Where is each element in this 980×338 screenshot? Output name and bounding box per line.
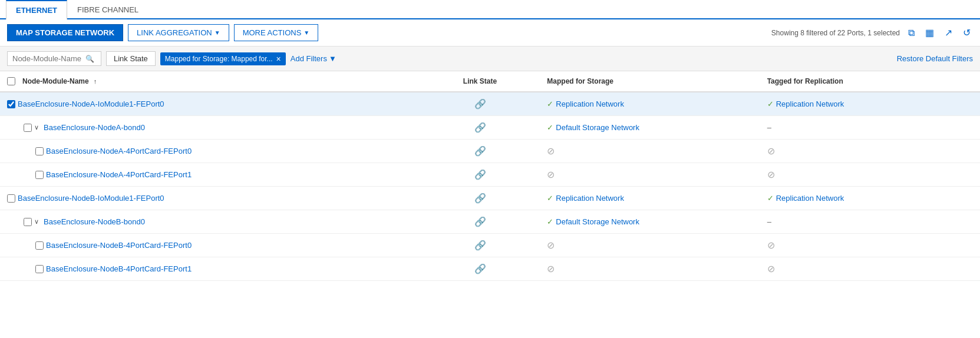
td-link-state-7: 🔗 bbox=[420, 257, 540, 281]
filter-tag-close-icon[interactable]: × bbox=[276, 55, 281, 63]
row-name-link-7[interactable]: BaseEnclosure-NodeB-4PortCard-FEPort1 bbox=[46, 264, 192, 273]
td-mapped-3: ⊘ bbox=[540, 163, 760, 187]
link-state-filter-button[interactable]: Link State bbox=[106, 51, 156, 66]
td-replication-0: ✓Replication Network bbox=[760, 92, 980, 116]
showing-text: Showing 8 filtered of 22 Ports, 1 select… bbox=[771, 29, 900, 37]
header-checkbox[interactable] bbox=[7, 77, 15, 85]
row-name-link-4[interactable]: BaseEnclosure-NodeB-IoModule1-FEPort0 bbox=[18, 194, 164, 203]
refresh-icon-button[interactable]: ↺ bbox=[961, 26, 973, 39]
td-mapped-7: ⊘ bbox=[540, 257, 760, 281]
filter-tag-label: Mapped for Storage: Mapped for... bbox=[165, 55, 273, 63]
link-chain-icon-3: 🔗 bbox=[474, 170, 486, 180]
search-icon: 🔍 bbox=[85, 55, 94, 63]
more-actions-arrow-icon: ▼ bbox=[303, 29, 309, 36]
td-name-4: BaseEnclosure-NodeB-IoModule1-FEPort0 bbox=[0, 187, 420, 210]
link-chain-icon-4: 🔗 bbox=[474, 193, 486, 203]
mapped-network-link-1[interactable]: Default Storage Network bbox=[556, 123, 639, 132]
mapped-network-link-4[interactable]: Replication Network bbox=[556, 194, 624, 203]
mapped-check-icon-1: ✓ bbox=[547, 123, 553, 132]
td-replication-5: – bbox=[760, 210, 980, 234]
td-name-1: ∨BaseEnclosure-NodeA-bond0 bbox=[0, 116, 420, 140]
tab-fibre-channel[interactable]: FIBRE CHANNEL bbox=[67, 0, 149, 19]
mapped-check-icon-0: ✓ bbox=[547, 100, 553, 108]
row-name-link-0[interactable]: BaseEnclosure-NodeA-IoModule1-FEPort0 bbox=[18, 100, 164, 108]
no-rep-icon-3: ⊘ bbox=[767, 170, 775, 180]
row-name-link-6[interactable]: BaseEnclosure-NodeB-4PortCard-FEPort0 bbox=[46, 241, 192, 250]
row-checkbox-4[interactable] bbox=[7, 194, 15, 203]
export-icon-button[interactable]: ↗ bbox=[942, 26, 955, 39]
tab-ethernet[interactable]: ETHERNET bbox=[6, 0, 67, 19]
td-mapped-6: ⊘ bbox=[540, 234, 760, 257]
table-row: ∨BaseEnclosure-NodeB-bond0🔗✓Default Stor… bbox=[0, 210, 980, 234]
td-link-state-6: 🔗 bbox=[420, 234, 540, 257]
td-link-state-1: 🔗 bbox=[420, 116, 540, 140]
sort-asc-icon: ↑ bbox=[94, 78, 97, 85]
filter-icon: ⧉ bbox=[908, 28, 915, 38]
chevron-icon-5[interactable]: ∨ bbox=[34, 218, 39, 226]
rep-check-icon-0: ✓ bbox=[767, 100, 774, 108]
ports-table: Node-Module-Name ↑ Link State Mapped for… bbox=[0, 71, 980, 281]
refresh-icon: ↺ bbox=[963, 28, 971, 38]
restore-defaults-link[interactable]: Restore Default Filters bbox=[897, 54, 973, 63]
mapped-check-icon-4: ✓ bbox=[547, 194, 553, 203]
link-chain-icon-7: 🔗 bbox=[474, 264, 486, 274]
td-mapped-2: ⊘ bbox=[540, 140, 760, 163]
add-filters-button[interactable]: Add Filters ▼ bbox=[291, 54, 336, 63]
mapped-network-link-0[interactable]: Replication Network bbox=[556, 100, 624, 108]
td-name-0: BaseEnclosure-NodeA-IoModule1-FEPort0 bbox=[0, 92, 420, 116]
search-wrapper: 🔍 bbox=[7, 51, 101, 66]
td-mapped-5: ✓Default Storage Network bbox=[540, 210, 760, 234]
map-storage-button[interactable]: MAP STORAGE NETWORK bbox=[7, 24, 123, 41]
td-link-state-4: 🔗 bbox=[420, 187, 540, 210]
table-row: ∨BaseEnclosure-NodeA-bond0🔗✓Default Stor… bbox=[0, 116, 980, 140]
td-mapped-1: ✓Default Storage Network bbox=[540, 116, 760, 140]
no-rep-icon-6: ⊘ bbox=[767, 240, 775, 250]
td-replication-4: ✓Replication Network bbox=[760, 187, 980, 210]
table-row: BaseEnclosure-NodeA-4PortCard-FEPort0🔗⊘⊘ bbox=[0, 140, 980, 163]
mapped-network-link-5[interactable]: Default Storage Network bbox=[556, 217, 639, 226]
rep-check-icon-4: ✓ bbox=[767, 194, 774, 203]
no-map-icon-2: ⊘ bbox=[547, 146, 555, 156]
no-rep-icon-7: ⊘ bbox=[767, 264, 775, 274]
no-map-icon-7: ⊘ bbox=[547, 264, 555, 274]
td-name-5: ∨BaseEnclosure-NodeB-bond0 bbox=[0, 210, 420, 234]
row-checkbox-2[interactable] bbox=[35, 147, 44, 155]
table-container: Node-Module-Name ↑ Link State Mapped for… bbox=[0, 71, 980, 281]
export-icon: ↗ bbox=[945, 28, 952, 38]
row-name-link-1[interactable]: BaseEnclosure-NodeA-bond0 bbox=[44, 123, 145, 132]
td-name-2: BaseEnclosure-NodeA-4PortCard-FEPort0 bbox=[0, 140, 420, 163]
row-checkbox-5[interactable] bbox=[24, 218, 32, 226]
rep-dash-5: – bbox=[767, 217, 771, 226]
filter-bar: 🔍 Link State Mapped for Storage: Mapped … bbox=[0, 47, 980, 71]
row-checkbox-6[interactable] bbox=[35, 241, 44, 250]
chevron-icon-1[interactable]: ∨ bbox=[34, 124, 39, 131]
row-name-link-2[interactable]: BaseEnclosure-NodeA-4PortCard-FEPort0 bbox=[46, 147, 192, 155]
columns-icon-button[interactable]: ▦ bbox=[923, 26, 936, 39]
td-link-state-0: 🔗 bbox=[420, 92, 540, 116]
link-chain-icon-2: 🔗 bbox=[474, 146, 486, 156]
row-checkbox-7[interactable] bbox=[35, 265, 44, 273]
td-replication-6: ⊘ bbox=[760, 234, 980, 257]
th-name: Node-Module-Name ↑ bbox=[0, 71, 420, 92]
rep-network-link-4[interactable]: Replication Network bbox=[776, 194, 844, 203]
row-name-link-5[interactable]: BaseEnclosure-NodeB-bond0 bbox=[44, 217, 145, 226]
filter-icon-button[interactable]: ⧉ bbox=[906, 26, 917, 39]
th-name-label: Node-Module-Name bbox=[22, 77, 89, 85]
td-link-state-3: 🔗 bbox=[420, 163, 540, 187]
row-checkbox-1[interactable] bbox=[24, 124, 32, 132]
rep-dash-1: – bbox=[767, 123, 771, 132]
link-chain-icon-5: 🔗 bbox=[474, 217, 486, 227]
td-mapped-4: ✓Replication Network bbox=[540, 187, 760, 210]
tab-bar: ETHERNET FIBRE CHANNEL bbox=[0, 0, 980, 19]
link-aggregation-button[interactable]: LINK AGGREGATION ▼ bbox=[128, 24, 229, 41]
link-chain-icon-0: 🔗 bbox=[474, 99, 486, 109]
row-name-link-3[interactable]: BaseEnclosure-NodeA-4PortCard-FEPort1 bbox=[46, 170, 192, 179]
row-checkbox-3[interactable] bbox=[35, 171, 44, 179]
link-chain-icon-6: 🔗 bbox=[474, 240, 486, 250]
more-actions-button[interactable]: MORE ACTIONS ▼ bbox=[234, 24, 319, 41]
rep-network-link-0[interactable]: Replication Network bbox=[776, 100, 844, 108]
link-chain-icon-1: 🔗 bbox=[474, 122, 486, 132]
no-rep-icon-2: ⊘ bbox=[767, 146, 775, 156]
row-checkbox-0[interactable] bbox=[7, 100, 15, 108]
search-input[interactable] bbox=[12, 54, 83, 63]
